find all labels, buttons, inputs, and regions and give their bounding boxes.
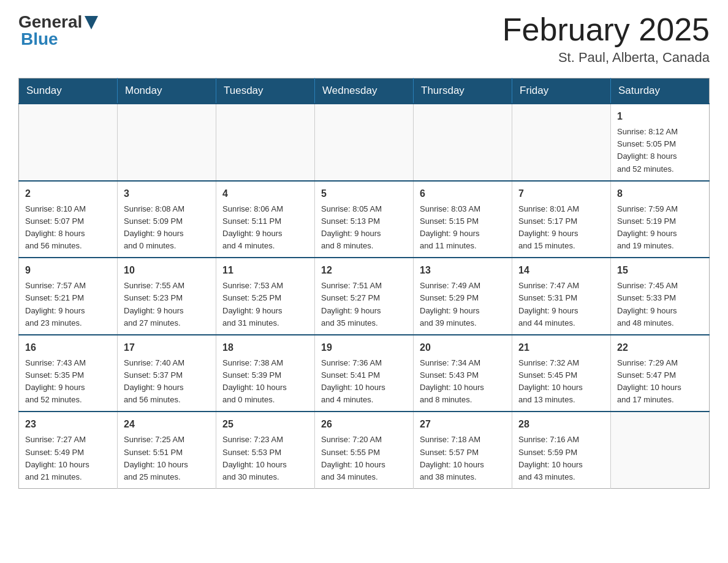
day-number: 12 (321, 263, 407, 278)
day-number: 6 (420, 186, 506, 201)
calendar-cell: 5Sunrise: 8:05 AM Sunset: 5:13 PM Daylig… (315, 181, 414, 258)
calendar-table: Sunday Monday Tuesday Wednesday Thursday… (18, 78, 710, 489)
day-number: 7 (518, 186, 604, 201)
day-info: Sunrise: 7:29 AM Sunset: 5:47 PM Dayligh… (617, 357, 703, 407)
col-tuesday: Tuesday (216, 79, 315, 104)
calendar-cell: 22Sunrise: 7:29 AM Sunset: 5:47 PM Dayli… (611, 335, 710, 412)
calendar-cell: 20Sunrise: 7:34 AM Sunset: 5:43 PM Dayli… (414, 335, 512, 412)
calendar-cell: 9Sunrise: 7:57 AM Sunset: 5:21 PM Daylig… (19, 258, 118, 335)
day-number: 1 (617, 109, 703, 124)
calendar-week-row: 2Sunrise: 8:10 AM Sunset: 5:07 PM Daylig… (19, 181, 710, 258)
day-info: Sunrise: 8:05 AM Sunset: 5:13 PM Dayligh… (321, 203, 407, 253)
month-title: February 2025 (502, 12, 710, 47)
day-info: Sunrise: 7:20 AM Sunset: 5:55 PM Dayligh… (321, 434, 407, 483)
title-section: February 2025 St. Paul, Alberta, Canada (502, 12, 710, 66)
calendar-cell: 27Sunrise: 7:18 AM Sunset: 5:57 PM Dayli… (414, 412, 512, 488)
day-info: Sunrise: 7:25 AM Sunset: 5:51 PM Dayligh… (124, 434, 210, 483)
day-number: 18 (222, 340, 308, 355)
calendar-week-row: 16Sunrise: 7:43 AM Sunset: 5:35 PM Dayli… (19, 335, 710, 412)
calendar-cell: 1Sunrise: 8:12 AM Sunset: 5:05 PM Daylig… (611, 104, 710, 181)
calendar-cell: 18Sunrise: 7:38 AM Sunset: 5:39 PM Dayli… (216, 335, 315, 412)
calendar-cell: 19Sunrise: 7:36 AM Sunset: 5:41 PM Dayli… (315, 335, 414, 412)
day-number: 8 (617, 186, 703, 201)
col-sunday: Sunday (19, 79, 118, 104)
calendar-cell (315, 104, 414, 181)
calendar-cell: 17Sunrise: 7:40 AM Sunset: 5:37 PM Dayli… (118, 335, 216, 412)
calendar-cell: 2Sunrise: 8:10 AM Sunset: 5:07 PM Daylig… (19, 181, 118, 258)
day-info: Sunrise: 8:06 AM Sunset: 5:11 PM Dayligh… (222, 203, 308, 253)
calendar-week-row: 1Sunrise: 8:12 AM Sunset: 5:05 PM Daylig… (19, 104, 710, 181)
logo-blue-text: Blue (21, 29, 58, 49)
calendar-cell: 15Sunrise: 7:45 AM Sunset: 5:33 PM Dayli… (611, 258, 710, 335)
day-number: 10 (124, 263, 210, 278)
calendar-cell: 21Sunrise: 7:32 AM Sunset: 5:45 PM Dayli… (512, 335, 611, 412)
day-number: 17 (124, 340, 210, 355)
day-info: Sunrise: 7:59 AM Sunset: 5:19 PM Dayligh… (617, 203, 703, 253)
day-info: Sunrise: 8:01 AM Sunset: 5:17 PM Dayligh… (518, 203, 604, 253)
calendar-header-row: Sunday Monday Tuesday Wednesday Thursday… (19, 79, 710, 104)
calendar-cell: 4Sunrise: 8:06 AM Sunset: 5:11 PM Daylig… (216, 181, 315, 258)
col-monday: Monday (118, 79, 216, 104)
day-number: 19 (321, 340, 407, 355)
page-header: General Blue February 2025 St. Paul, Alb… (18, 12, 710, 66)
day-info: Sunrise: 7:55 AM Sunset: 5:23 PM Dayligh… (124, 280, 210, 329)
calendar-cell: 28Sunrise: 7:16 AM Sunset: 5:59 PM Dayli… (512, 412, 611, 488)
calendar-cell: 23Sunrise: 7:27 AM Sunset: 5:49 PM Dayli… (19, 412, 118, 488)
day-info: Sunrise: 7:32 AM Sunset: 5:45 PM Dayligh… (518, 357, 604, 407)
day-info: Sunrise: 7:34 AM Sunset: 5:43 PM Dayligh… (420, 357, 506, 407)
day-info: Sunrise: 7:27 AM Sunset: 5:49 PM Dayligh… (25, 434, 111, 483)
svg-marker-0 (85, 16, 98, 29)
calendar-cell: 16Sunrise: 7:43 AM Sunset: 5:35 PM Dayli… (19, 335, 118, 412)
day-info: Sunrise: 7:49 AM Sunset: 5:29 PM Dayligh… (420, 280, 506, 329)
day-number: 5 (321, 186, 407, 201)
day-info: Sunrise: 8:12 AM Sunset: 5:05 PM Dayligh… (617, 126, 703, 175)
day-info: Sunrise: 7:38 AM Sunset: 5:39 PM Dayligh… (222, 357, 308, 407)
calendar-cell: 12Sunrise: 7:51 AM Sunset: 5:27 PM Dayli… (315, 258, 414, 335)
logo: General Blue (18, 12, 98, 49)
day-info: Sunrise: 7:16 AM Sunset: 5:59 PM Dayligh… (518, 434, 604, 483)
day-number: 23 (25, 417, 111, 432)
col-thursday: Thursday (414, 79, 512, 104)
day-number: 4 (222, 186, 308, 201)
day-info: Sunrise: 7:53 AM Sunset: 5:25 PM Dayligh… (222, 280, 308, 329)
calendar-cell (19, 104, 118, 181)
day-info: Sunrise: 8:10 AM Sunset: 5:07 PM Dayligh… (25, 203, 111, 253)
day-info: Sunrise: 7:45 AM Sunset: 5:33 PM Dayligh… (617, 280, 703, 329)
calendar-cell: 3Sunrise: 8:08 AM Sunset: 5:09 PM Daylig… (118, 181, 216, 258)
day-number: 14 (518, 263, 604, 278)
day-info: Sunrise: 7:47 AM Sunset: 5:31 PM Dayligh… (518, 280, 604, 329)
day-number: 28 (518, 417, 604, 432)
day-info: Sunrise: 8:08 AM Sunset: 5:09 PM Dayligh… (124, 203, 210, 253)
day-info: Sunrise: 7:51 AM Sunset: 5:27 PM Dayligh… (321, 280, 407, 329)
calendar-cell: 10Sunrise: 7:55 AM Sunset: 5:23 PM Dayli… (118, 258, 216, 335)
calendar-cell: 7Sunrise: 8:01 AM Sunset: 5:17 PM Daylig… (512, 181, 611, 258)
col-saturday: Saturday (611, 79, 710, 104)
day-info: Sunrise: 7:23 AM Sunset: 5:53 PM Dayligh… (222, 434, 308, 483)
day-info: Sunrise: 7:40 AM Sunset: 5:37 PM Dayligh… (124, 357, 210, 407)
day-number: 9 (25, 263, 111, 278)
day-number: 26 (321, 417, 407, 432)
day-info: Sunrise: 7:18 AM Sunset: 5:57 PM Dayligh… (420, 434, 506, 483)
calendar-cell (414, 104, 512, 181)
day-info: Sunrise: 7:43 AM Sunset: 5:35 PM Dayligh… (25, 357, 111, 407)
day-number: 11 (222, 263, 308, 278)
day-info: Sunrise: 7:36 AM Sunset: 5:41 PM Dayligh… (321, 357, 407, 407)
day-number: 20 (420, 340, 506, 355)
calendar-week-row: 23Sunrise: 7:27 AM Sunset: 5:49 PM Dayli… (19, 412, 710, 488)
day-number: 24 (124, 417, 210, 432)
calendar-cell (118, 104, 216, 181)
day-number: 25 (222, 417, 308, 432)
day-number: 21 (518, 340, 604, 355)
day-number: 15 (617, 263, 703, 278)
calendar-cell: 11Sunrise: 7:53 AM Sunset: 5:25 PM Dayli… (216, 258, 315, 335)
calendar-cell: 8Sunrise: 7:59 AM Sunset: 5:19 PM Daylig… (611, 181, 710, 258)
calendar-cell: 6Sunrise: 8:03 AM Sunset: 5:15 PM Daylig… (414, 181, 512, 258)
day-number: 16 (25, 340, 111, 355)
calendar-cell: 26Sunrise: 7:20 AM Sunset: 5:55 PM Dayli… (315, 412, 414, 488)
calendar-cell: 13Sunrise: 7:49 AM Sunset: 5:29 PM Dayli… (414, 258, 512, 335)
day-number: 13 (420, 263, 506, 278)
calendar-cell (216, 104, 315, 181)
calendar-cell: 24Sunrise: 7:25 AM Sunset: 5:51 PM Dayli… (118, 412, 216, 488)
day-info: Sunrise: 7:57 AM Sunset: 5:21 PM Dayligh… (25, 280, 111, 329)
logo-arrow-icon (85, 16, 98, 29)
